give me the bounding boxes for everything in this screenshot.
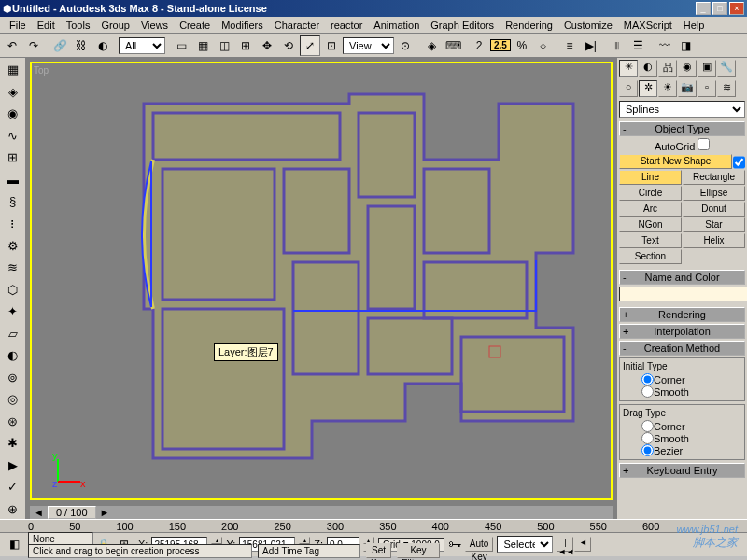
selection-filter-dropdown[interactable]: All	[119, 37, 165, 54]
menu-animation[interactable]: Animation	[368, 20, 425, 31]
redo-button[interactable]: ↷	[23, 35, 44, 56]
menu-modifiers[interactable]: Modifiers	[216, 20, 269, 31]
menu-create[interactable]: Create	[174, 20, 216, 31]
reactor-car-icon[interactable]: ⊚	[3, 367, 23, 387]
select-button[interactable]: ▭	[171, 35, 191, 56]
category-dropdown[interactable]: Splines	[619, 101, 745, 118]
center-button[interactable]: ⊙	[395, 35, 416, 56]
ngon-button[interactable]: NGon	[619, 217, 682, 232]
drag-bezier-radio[interactable]	[641, 444, 654, 456]
reactor-world-icon[interactable]: ⊕	[3, 499, 23, 520]
initial-corner-radio[interactable]	[641, 373, 654, 385]
reactor-rag-icon[interactable]: ✱	[3, 433, 23, 454]
keyboard-button[interactable]: ⌨	[443, 35, 463, 56]
rendering-rollout[interactable]: +Rendering	[619, 307, 745, 322]
reactor-plane-icon[interactable]: ▬	[3, 170, 23, 190]
menu-customize[interactable]: Customize	[558, 20, 618, 31]
viewport-top[interactable]: Top	[30, 62, 613, 500]
helpers-subtab-icon[interactable]: ▫	[698, 80, 716, 97]
menu-maxscript[interactable]: MAXScript	[618, 20, 678, 31]
named-sel-button[interactable]: ≡	[559, 35, 580, 56]
maximize-button[interactable]: □	[712, 2, 727, 15]
reactor-cloth-icon[interactable]: ◈	[3, 82, 23, 103]
setkey-button[interactable]: Set Key	[366, 543, 391, 558]
circle-button[interactable]: Circle	[619, 186, 682, 201]
manipulate-button[interactable]: ◈	[421, 35, 442, 56]
reactor-point-icon[interactable]: ◎	[3, 389, 23, 410]
goto-start-button[interactable]: |◄◄	[557, 537, 573, 552]
display-tab-icon[interactable]: ▣	[698, 60, 716, 77]
modify-tab-icon[interactable]: ◐	[639, 60, 657, 77]
select-name-button[interactable]: ▦	[192, 35, 213, 56]
menu-file[interactable]: File	[4, 20, 32, 31]
star-button[interactable]: Star	[683, 217, 745, 232]
spacewarps-subtab-icon[interactable]: ≋	[717, 80, 736, 97]
layers-button[interactable]: ☰	[628, 35, 649, 56]
time-ruler[interactable]: 0 50 100 150 200 250 300 350 400 450 500…	[0, 520, 747, 533]
bind-button[interactable]: ◐	[92, 35, 113, 56]
menu-help[interactable]: Help	[678, 20, 711, 31]
menu-character[interactable]: Character	[269, 20, 325, 31]
slider-handle[interactable]: 0 / 100	[48, 506, 96, 519]
snap-angle-value[interactable]: 2.5	[490, 39, 511, 51]
menu-reactor[interactable]: reactor	[325, 20, 368, 31]
rotate-button[interactable]: ⟲	[278, 35, 299, 56]
rectangle-button[interactable]: Rectangle	[683, 170, 745, 185]
move-button[interactable]: ✥	[257, 35, 277, 56]
percent-snap-button[interactable]: %	[512, 35, 532, 56]
select-region-button[interactable]: ◫	[214, 35, 234, 56]
prev-frame-button[interactable]: ◄	[574, 537, 591, 552]
close-button[interactable]: ×	[729, 2, 744, 15]
keyfilters-button[interactable]: Key Filters...	[397, 543, 440, 558]
create-tab-icon[interactable]: ✳	[619, 60, 638, 77]
object-type-rollout[interactable]: -Object Type	[619, 121, 745, 136]
align-button[interactable]: ⫴	[607, 35, 627, 56]
ref-coord-button[interactable]: ⊡	[321, 35, 342, 56]
spinner-snap-button[interactable]: ⟐	[533, 35, 554, 56]
reactor-mesh-icon[interactable]: ⊞	[3, 147, 23, 168]
window-crossing-button[interactable]: ⊞	[235, 35, 256, 56]
initial-smooth-radio[interactable]	[641, 385, 654, 398]
reactor-rope-icon[interactable]: ∿	[3, 126, 23, 147]
reactor-water-icon[interactable]: ▱	[3, 323, 23, 343]
creation-method-rollout[interactable]: -Creation Method	[619, 341, 745, 356]
schematic-button[interactable]: ◨	[676, 35, 697, 56]
reactor-preview-icon[interactable]: ▶	[3, 455, 23, 476]
add-time-tag[interactable]: Add Time Tag	[258, 544, 360, 558]
utilities-tab-icon[interactable]: 🔧	[717, 60, 736, 77]
start-new-shape-checkbox[interactable]	[733, 156, 745, 169]
reactor-motor-icon[interactable]: ⚙	[3, 235, 23, 256]
interpolation-rollout[interactable]: +Interpolation	[619, 324, 745, 339]
curve-editor-button[interactable]: 〰	[655, 35, 675, 56]
arc-button[interactable]: Arc	[619, 202, 682, 217]
unlink-button[interactable]: ⛓	[71, 35, 92, 56]
ellipse-button[interactable]: Ellipse	[683, 186, 745, 201]
reactor-prop-icon[interactable]: ◐	[3, 345, 23, 366]
lights-subtab-icon[interactable]: ☀	[658, 80, 677, 97]
undo-button[interactable]: ↶	[2, 35, 22, 56]
donut-button[interactable]: Donut	[683, 202, 745, 217]
menu-edit[interactable]: Edit	[32, 20, 61, 31]
motion-tab-icon[interactable]: ◉	[678, 60, 697, 77]
reactor-analyze-icon[interactable]: ✓	[3, 477, 23, 497]
reactor-soft-icon[interactable]: ◉	[3, 104, 23, 124]
drag-corner-radio[interactable]	[641, 420, 654, 432]
link-button[interactable]: 🔗	[49, 35, 70, 56]
name-color-rollout[interactable]: -Name and Color	[619, 270, 745, 285]
reactor-rigid-icon[interactable]: ▦	[3, 60, 23, 80]
selection-lock-icon[interactable]: ◧	[4, 534, 24, 554]
ref-coord-dropdown[interactable]: View	[343, 37, 394, 54]
menu-rendering[interactable]: Rendering	[500, 20, 558, 31]
scale-button[interactable]: ⤢	[300, 35, 320, 56]
cameras-subtab-icon[interactable]: 📷	[678, 80, 697, 97]
menu-grapheditors[interactable]: Graph Editors	[425, 20, 500, 31]
menu-group[interactable]: Group	[95, 20, 135, 31]
text-button[interactable]: Text	[619, 233, 682, 248]
snap-2d-button[interactable]: 2	[469, 35, 489, 56]
time-slider[interactable]: ◄ 0 / 100 ►	[30, 506, 613, 519]
start-new-shape-button[interactable]: Start New Shape	[619, 154, 732, 169]
section-button[interactable]: Section	[619, 249, 682, 264]
menu-tools[interactable]: Tools	[61, 20, 96, 31]
minimize-button[interactable]: _	[696, 2, 711, 15]
reactor-wind-icon[interactable]: ≋	[3, 258, 23, 278]
